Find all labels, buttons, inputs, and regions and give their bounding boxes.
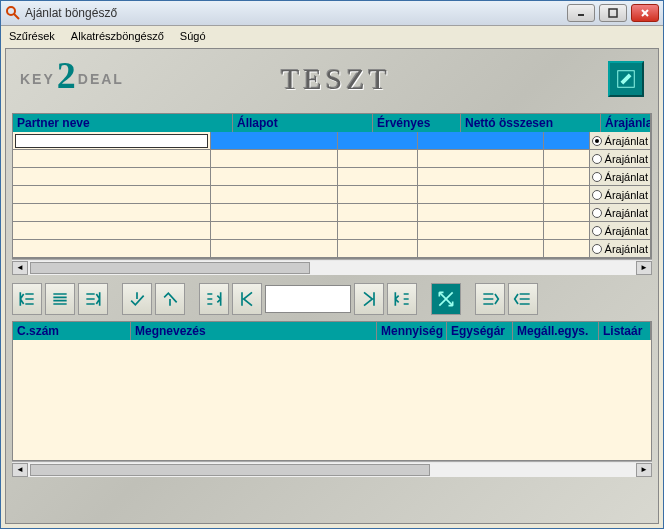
menu-alkatreszbongeszo[interactable]: Alkatrészböngésző <box>71 30 164 42</box>
cell-ervenyes[interactable] <box>338 132 418 149</box>
tb-list-arrow2[interactable] <box>508 283 538 315</box>
cell-ervenyes[interactable] <box>338 150 418 167</box>
col-allapot[interactable]: Állapot <box>233 114 373 132</box>
svg-point-0 <box>7 7 15 15</box>
col-mennyiseg[interactable]: Mennyiség <box>377 322 447 340</box>
table-row[interactable]: Árajánlat <box>13 240 651 258</box>
cell-allapot[interactable] <box>211 222 337 239</box>
items-hscroll[interactable]: ◄ ► <box>12 461 652 477</box>
scroll-thumb[interactable] <box>30 464 430 476</box>
col-listaar[interactable]: Listaár <box>599 322 651 340</box>
cell-netto[interactable] <box>418 240 544 257</box>
offers-grid-rows: ÁrajánlatÁrajánlatÁrajánlatÁrajánlatÁraj… <box>13 132 651 258</box>
cell-radio[interactable]: Árajánlat <box>590 132 651 149</box>
cell-partner[interactable] <box>13 222 211 239</box>
cell-radio[interactable]: Árajánlat <box>590 222 651 239</box>
cell-partner[interactable] <box>13 240 211 257</box>
tb-indent-right[interactable] <box>78 283 108 315</box>
scroll-track[interactable] <box>28 261 636 275</box>
tb-check-down[interactable] <box>155 283 185 315</box>
tb-check-up[interactable] <box>122 283 152 315</box>
cell-ar[interactable] <box>544 204 589 221</box>
cell-netto[interactable] <box>418 168 544 185</box>
scroll-track[interactable] <box>28 463 636 477</box>
table-row[interactable]: Árajánlat <box>13 204 651 222</box>
cell-allapot[interactable] <box>211 168 337 185</box>
scroll-thumb[interactable] <box>30 262 310 274</box>
cell-radio[interactable]: Árajánlat <box>590 150 651 167</box>
tb-first[interactable] <box>232 283 262 315</box>
cell-partner[interactable] <box>13 204 211 221</box>
cell-netto[interactable] <box>418 222 544 239</box>
cell-allapot[interactable] <box>211 204 337 221</box>
cell-partner[interactable] <box>13 168 211 185</box>
cell-radio[interactable]: Árajánlat <box>590 204 651 221</box>
tb-last[interactable] <box>354 283 384 315</box>
tb-list-arrow1[interactable] <box>475 283 505 315</box>
radio-icon[interactable] <box>592 208 602 218</box>
scroll-left-icon[interactable]: ◄ <box>12 463 28 477</box>
cell-ar[interactable] <box>544 168 589 185</box>
cell-ervenyes[interactable] <box>338 186 418 203</box>
tb-indent2[interactable] <box>387 283 417 315</box>
scroll-left-icon[interactable]: ◄ <box>12 261 28 275</box>
close-button[interactable] <box>631 4 659 22</box>
radio-icon[interactable] <box>592 244 602 254</box>
cell-partner[interactable] <box>13 186 211 203</box>
cell-ervenyes[interactable] <box>338 204 418 221</box>
scroll-right-icon[interactable]: ► <box>636 463 652 477</box>
cell-radio[interactable]: Árajánlat <box>590 186 651 203</box>
cell-ar[interactable] <box>544 186 589 203</box>
cell-allapot[interactable] <box>211 150 337 167</box>
col-netto[interactable]: Nettó összesen <box>461 114 601 132</box>
col-megnevezes[interactable]: Megnevezés <box>131 322 377 340</box>
col-ervenyes[interactable]: Érvényes <box>373 114 461 132</box>
table-row[interactable]: Árajánlat <box>13 150 651 168</box>
menu-szuresek[interactable]: Szűrések <box>9 30 55 42</box>
col-partner[interactable]: Partner neve <box>13 114 233 132</box>
scroll-right-icon[interactable]: ► <box>636 261 652 275</box>
maximize-button[interactable] <box>599 4 627 22</box>
cell-ervenyes[interactable] <box>338 168 418 185</box>
table-row[interactable]: Árajánlat <box>13 168 651 186</box>
menu-sugo[interactable]: Súgó <box>180 30 206 42</box>
tb-indent-left[interactable] <box>12 283 42 315</box>
items-grid: C.szám Megnevezés Mennyiség Egységár Meg… <box>12 321 652 461</box>
cell-allapot[interactable] <box>211 186 337 203</box>
cell-netto[interactable] <box>418 150 544 167</box>
table-row[interactable]: Árajánlat <box>13 186 651 204</box>
cell-ar[interactable] <box>544 222 589 239</box>
col-egysegar[interactable]: Egységár <box>447 322 513 340</box>
radio-icon[interactable] <box>592 226 602 236</box>
minimize-button[interactable] <box>567 4 595 22</box>
cell-allapot[interactable] <box>211 240 337 257</box>
col-cszam[interactable]: C.szám <box>13 322 131 340</box>
edit-button[interactable] <box>608 61 644 97</box>
cell-ar[interactable] <box>544 132 589 149</box>
col-megall[interactable]: Megáll.egys. <box>513 322 599 340</box>
tb-lines[interactable] <box>45 283 75 315</box>
cell-ar[interactable] <box>544 240 589 257</box>
radio-icon[interactable] <box>592 172 602 182</box>
cell-netto[interactable] <box>418 132 544 149</box>
cell-partner[interactable] <box>13 150 211 167</box>
cell-partner[interactable] <box>13 132 211 149</box>
cell-radio[interactable]: Árajánlat <box>590 168 651 185</box>
radio-icon[interactable] <box>592 154 602 164</box>
tb-input[interactable] <box>265 285 351 313</box>
tb-cross-arrows[interactable] <box>431 283 461 315</box>
cell-allapot[interactable] <box>211 132 337 149</box>
cell-ervenyes[interactable] <box>338 222 418 239</box>
offers-hscroll[interactable]: ◄ ► <box>12 259 652 275</box>
cell-netto[interactable] <box>418 204 544 221</box>
table-row[interactable]: Árajánlat <box>13 132 651 150</box>
cell-radio[interactable]: Árajánlat <box>590 240 651 257</box>
cell-ar[interactable] <box>544 150 589 167</box>
radio-icon[interactable] <box>592 190 602 200</box>
radio-icon[interactable] <box>592 136 602 146</box>
cell-netto[interactable] <box>418 186 544 203</box>
table-row[interactable]: Árajánlat <box>13 222 651 240</box>
cell-ervenyes[interactable] <box>338 240 418 257</box>
tb-outdent[interactable] <box>199 283 229 315</box>
col-arajanlat[interactable]: Árajánlat|Á <box>601 114 651 132</box>
